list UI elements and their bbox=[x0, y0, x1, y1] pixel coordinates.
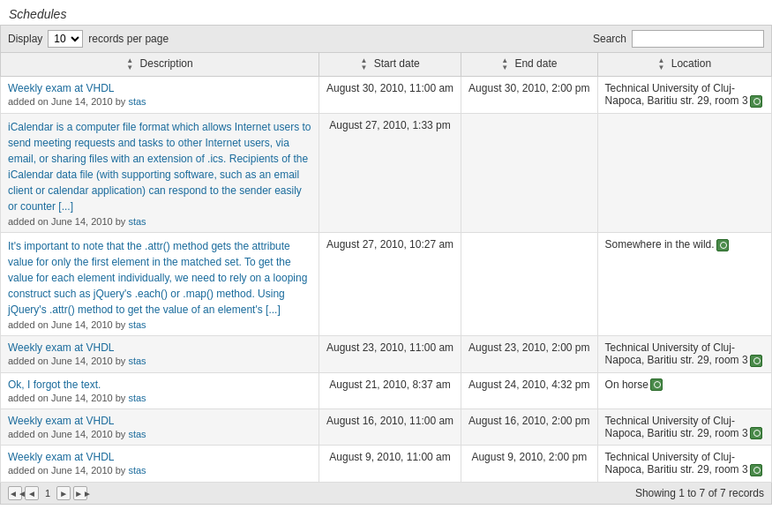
map-icon[interactable] bbox=[750, 355, 762, 367]
map-icon[interactable] bbox=[650, 378, 663, 391]
pagination: ◄◄ ◄ 1 ► ►► bbox=[8, 486, 87, 500]
record-title: Ok, I forgot the text. bbox=[8, 378, 311, 391]
record-meta: added on June 14, 2010 by stas bbox=[8, 319, 311, 330]
records-per-page-label: records per page bbox=[88, 33, 169, 45]
end-date-cell bbox=[461, 232, 597, 335]
start-date-cell: August 30, 2010, 11:00 am bbox=[319, 77, 461, 114]
record-author-link[interactable]: stas bbox=[128, 356, 146, 366]
description-cell: iCalendar is a computer file format whic… bbox=[1, 113, 319, 232]
record-author-link[interactable]: stas bbox=[128, 319, 146, 330]
table-row: iCalendar is a computer file format whic… bbox=[1, 113, 772, 232]
table-row: Weekly exam at VHDLadded on June 14, 201… bbox=[1, 335, 772, 372]
col-header-description[interactable]: ▲▼ Description bbox=[1, 53, 319, 77]
record-author-link[interactable]: stas bbox=[128, 393, 146, 403]
page-number: 1 bbox=[41, 488, 54, 498]
map-icon[interactable] bbox=[750, 95, 762, 108]
location-cell: Technical University of Cluj-Napoca, Bar… bbox=[597, 408, 771, 446]
record-description: iCalendar is a computer file format whic… bbox=[8, 119, 311, 214]
record-title: Weekly exam at VHDL bbox=[8, 341, 311, 354]
description-cell: It's important to note that the .attr() … bbox=[1, 232, 319, 335]
record-description: It's important to note that the .attr() … bbox=[8, 238, 311, 318]
start-date-cell: August 27, 2010, 1:33 pm bbox=[319, 113, 461, 232]
record-meta: added on June 14, 2010 by stas bbox=[8, 216, 311, 227]
display-label: Display bbox=[8, 33, 42, 45]
record-meta: added on June 14, 2010 by stas bbox=[8, 465, 311, 476]
col-header-location[interactable]: ▲▼ Location bbox=[597, 53, 771, 77]
description-cell: Weekly exam at VHDLadded on June 14, 201… bbox=[1, 77, 319, 114]
record-author-link[interactable]: stas bbox=[128, 429, 146, 439]
record-title: Weekly exam at VHDL bbox=[8, 415, 311, 427]
table-row: Ok, I forgot the text.added on June 14, … bbox=[1, 372, 772, 408]
record-meta: added on June 14, 2010 by stas bbox=[8, 393, 311, 403]
start-date-cell: August 16, 2010, 11:00 am bbox=[319, 408, 461, 446]
map-icon[interactable] bbox=[750, 427, 762, 439]
record-author-link[interactable]: stas bbox=[128, 216, 146, 227]
record-title-link[interactable]: Weekly exam at VHDL bbox=[8, 82, 115, 94]
end-date-cell: August 30, 2010, 2:00 pm bbox=[461, 77, 597, 114]
end-date-cell: August 16, 2010, 2:00 pm bbox=[461, 408, 597, 446]
top-bar: Display 10 25 50 records per page Search bbox=[0, 25, 772, 52]
sort-arrows-description: ▲▼ bbox=[126, 57, 133, 71]
records-per-page-select[interactable]: 10 25 50 bbox=[48, 30, 83, 48]
start-date-cell: August 27, 2010, 10:27 am bbox=[319, 232, 461, 335]
record-description-link[interactable]: iCalendar is a computer file format whic… bbox=[8, 121, 311, 213]
end-date-cell: August 24, 2010, 4:32 pm bbox=[461, 372, 597, 408]
map-icon[interactable] bbox=[750, 464, 762, 476]
table-row: Weekly exam at VHDLadded on June 14, 201… bbox=[1, 77, 772, 114]
record-title: Weekly exam at VHDL bbox=[8, 451, 311, 463]
description-cell: Weekly exam at VHDLadded on June 14, 201… bbox=[1, 408, 319, 446]
showing-text: Showing 1 to 7 of 7 records bbox=[635, 487, 764, 499]
description-cell: Ok, I forgot the text.added on June 14, … bbox=[1, 372, 319, 408]
map-icon[interactable] bbox=[716, 239, 729, 251]
col-header-start-date[interactable]: ▲▼ Start date bbox=[319, 53, 461, 77]
record-meta: added on June 14, 2010 by stas bbox=[8, 96, 311, 107]
record-author-link[interactable]: stas bbox=[128, 465, 146, 476]
end-date-cell: August 23, 2010, 2:00 pm bbox=[461, 335, 597, 372]
location-cell: Technical University of Cluj-Napoca, Bar… bbox=[597, 335, 771, 372]
col-header-end-date[interactable]: ▲▼ End date bbox=[461, 53, 597, 77]
record-author-link[interactable]: stas bbox=[128, 96, 146, 107]
location-cell: Somewhere in the wild. bbox=[597, 232, 771, 335]
record-title-link[interactable]: Ok, I forgot the text. bbox=[8, 378, 101, 391]
sort-arrows-location: ▲▼ bbox=[657, 57, 664, 71]
table-row: Weekly exam at VHDLadded on June 14, 201… bbox=[1, 446, 772, 483]
description-cell: Weekly exam at VHDLadded on June 14, 201… bbox=[1, 446, 319, 483]
location-cell: Technical University of Cluj-Napoca, Bar… bbox=[597, 77, 771, 114]
location-cell: Technical University of Cluj-Napoca, Bar… bbox=[597, 446, 771, 483]
record-description-link[interactable]: It's important to note that the .attr() … bbox=[8, 240, 307, 316]
start-date-cell: August 21, 2010, 8:37 am bbox=[319, 372, 461, 408]
record-title-link[interactable]: Weekly exam at VHDL bbox=[8, 451, 115, 463]
table-row: Weekly exam at VHDLadded on June 14, 201… bbox=[1, 408, 772, 446]
page-last-btn[interactable]: ►► bbox=[73, 486, 87, 500]
search-input[interactable] bbox=[632, 30, 764, 48]
record-title-link[interactable]: Weekly exam at VHDL bbox=[8, 415, 115, 427]
page-next-btn[interactable]: ► bbox=[56, 486, 71, 500]
end-date-cell bbox=[461, 113, 597, 232]
location-cell: On horse bbox=[597, 372, 771, 408]
bottom-bar: ◄◄ ◄ 1 ► ►► Showing 1 to 7 of 7 records bbox=[0, 483, 772, 505]
search-label: Search bbox=[593, 33, 626, 45]
record-title-link[interactable]: Weekly exam at VHDL bbox=[8, 341, 115, 354]
display-section: Display 10 25 50 records per page bbox=[8, 30, 169, 48]
description-cell: Weekly exam at VHDLadded on June 14, 201… bbox=[1, 335, 319, 372]
search-section: Search bbox=[593, 30, 764, 48]
table-header-row: ▲▼ Description ▲▼ Start date ▲▼ End date… bbox=[1, 53, 772, 77]
page-title: Schedules bbox=[0, 0, 772, 25]
start-date-cell: August 23, 2010, 11:00 am bbox=[319, 335, 461, 372]
page-first-btn[interactable]: ◄◄ bbox=[8, 486, 22, 500]
sort-arrows-start-date: ▲▼ bbox=[360, 57, 367, 71]
sort-arrows-end-date: ▲▼ bbox=[501, 57, 508, 71]
table-row: It's important to note that the .attr() … bbox=[1, 232, 772, 335]
schedules-table: ▲▼ Description ▲▼ Start date ▲▼ End date… bbox=[0, 52, 772, 483]
record-meta: added on June 14, 2010 by stas bbox=[8, 429, 311, 439]
page-prev-btn[interactable]: ◄ bbox=[25, 486, 39, 500]
end-date-cell: August 9, 2010, 2:00 pm bbox=[461, 446, 597, 483]
location-cell bbox=[597, 113, 771, 232]
start-date-cell: August 9, 2010, 11:00 am bbox=[319, 446, 461, 483]
record-title: Weekly exam at VHDL bbox=[8, 82, 311, 94]
record-meta: added on June 14, 2010 by stas bbox=[8, 356, 311, 366]
